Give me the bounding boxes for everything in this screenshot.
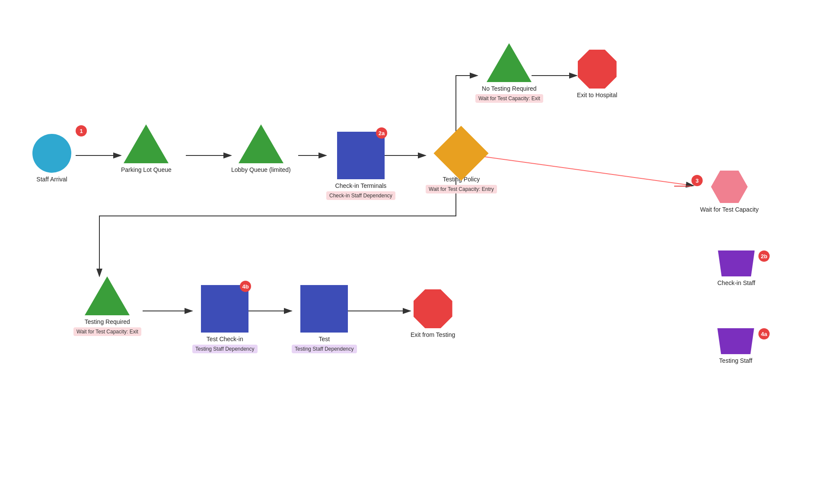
lobby-queue-shape — [239, 124, 283, 163]
staff-arrival-label: Staff Arrival — [36, 175, 67, 183]
badge-1: 1 — [76, 125, 87, 136]
node-exit-testing: Exit from Testing — [411, 289, 455, 339]
no-testing-shape — [487, 43, 532, 82]
lobby-queue-label: Lobby Queue (limited) — [231, 166, 291, 174]
testing-staff-dep1-tag: Testing Staff Dependency — [192, 345, 258, 353]
wait-test-capacity-shape — [711, 171, 748, 203]
checkin-staff-label: Check-in Staff — [717, 279, 755, 287]
testing-staff-dep2-tag: Testing Staff Dependency — [292, 345, 357, 353]
diagram: 1 Staff Arrival Parking Lot Queue Lobby … — [0, 0, 828, 504]
node-test: Test Testing Staff Dependency — [292, 285, 357, 353]
badge-4a: 4a — [758, 328, 770, 339]
node-staff-arrival: Staff Arrival — [32, 134, 71, 183]
node-checkin-staff: Check-in Staff — [717, 250, 755, 287]
parking-lot-label: Parking Lot Queue — [121, 166, 172, 174]
wait-test-capacity-entry-tag: Wait for Test Capacity: Entry — [426, 185, 497, 193]
test-checkin-label: Test Check-in — [207, 335, 243, 343]
staff-arrival-shape — [32, 134, 71, 173]
exit-hospital-shape — [578, 50, 617, 89]
testing-required-label: Testing Required — [85, 318, 130, 326]
exit-testing-shape — [414, 289, 452, 328]
node-testing-policy: Testing Policy Wait for Test Capacity: E… — [426, 134, 497, 193]
test-label: Test — [318, 335, 330, 343]
wait-test-capacity-exit-bottom-tag: Wait for Test Capacity: Exit — [73, 327, 141, 336]
node-lobby-queue: Lobby Queue (limited) — [231, 124, 291, 174]
wait-test-capacity-exit-top-tag: Wait for Test Capacity: Exit — [475, 94, 543, 103]
testing-required-shape — [85, 276, 130, 315]
node-test-checkin: Test Check-in Testing Staff Dependency — [192, 285, 258, 353]
arrows-svg — [0, 0, 828, 504]
node-wait-test-capacity: Wait for Test Capacity — [700, 171, 758, 213]
wait-test-capacity-label: Wait for Test Capacity — [700, 206, 758, 213]
node-checkin-terminals: Check-in Terminals Check-in Staff Depend… — [326, 132, 395, 200]
test-checkin-shape — [201, 285, 248, 333]
badge-2b: 2b — [758, 250, 770, 262]
testing-policy-wrap — [442, 134, 481, 173]
checkin-terminals-label: Check-in Terminals — [335, 182, 387, 190]
checkin-staff-dep-tag: Check-in Staff Dependency — [326, 191, 395, 200]
test-shape — [300, 285, 348, 333]
badge-3: 3 — [691, 175, 703, 186]
badge-2a: 2a — [376, 127, 387, 139]
testing-staff-shape — [717, 328, 754, 354]
node-parking-lot: Parking Lot Queue — [121, 124, 172, 174]
testing-policy-shape — [434, 126, 489, 181]
node-exit-hospital: Exit to Hospital — [577, 50, 617, 99]
exit-hospital-label: Exit to Hospital — [577, 91, 617, 99]
no-testing-label: No Testing Required — [482, 85, 537, 92]
exit-testing-label: Exit from Testing — [411, 331, 455, 339]
testing-staff-label: Testing Staff — [719, 357, 752, 365]
checkin-staff-shape — [718, 250, 755, 276]
badge-4b: 4b — [240, 281, 251, 292]
parking-lot-shape — [124, 124, 169, 163]
checkin-terminals-shape — [337, 132, 385, 179]
red-connector — [674, 186, 691, 187]
svg-line-6 — [475, 155, 694, 186]
node-testing-required: Testing Required Wait for Test Capacity:… — [73, 276, 141, 336]
node-testing-staff: Testing Staff — [717, 328, 754, 365]
node-no-testing: No Testing Required Wait for Test Capaci… — [475, 43, 543, 103]
